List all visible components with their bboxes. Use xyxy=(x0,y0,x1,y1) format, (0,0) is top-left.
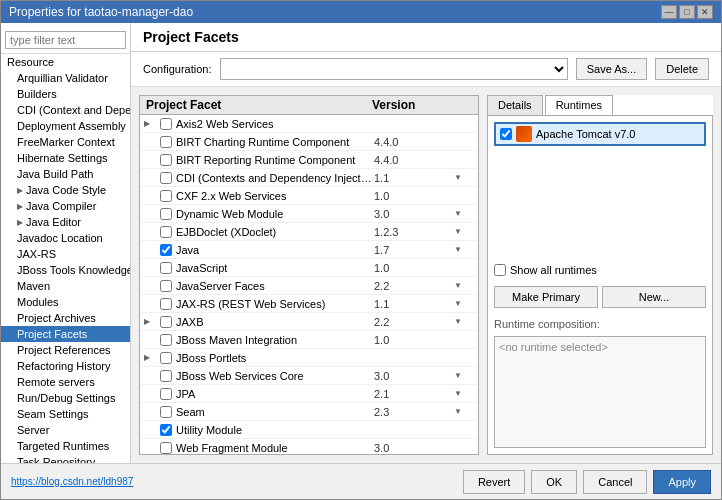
facet-version: 1.1 xyxy=(374,172,454,184)
facet-label: JBoss Maven Integration xyxy=(176,334,374,346)
sidebar-item-maven[interactable]: Maven xyxy=(1,278,130,294)
sidebar-item-run-debug-settings[interactable]: Run/Debug Settings xyxy=(1,390,130,406)
sidebar-search-input[interactable] xyxy=(5,31,126,49)
expand-arrow-icon[interactable]: ▶ xyxy=(144,353,160,362)
facet-checkbox[interactable] xyxy=(160,136,172,148)
facet-row: Seam2.3▼ xyxy=(140,403,478,421)
facet-checkbox[interactable] xyxy=(160,406,172,418)
sidebar-item-freemarker[interactable]: FreeMarker Context xyxy=(1,134,130,150)
facet-version: 1.2.3 xyxy=(374,226,454,238)
facet-checkbox[interactable] xyxy=(160,244,172,256)
make-primary-button[interactable]: Make Primary xyxy=(494,286,598,308)
facet-version: 1.0 xyxy=(374,334,454,346)
sidebar-item-java-code-style[interactable]: Java Code Style xyxy=(1,182,130,198)
facet-label: JAXB xyxy=(176,316,374,328)
save-as-button[interactable]: Save As... xyxy=(576,58,648,80)
version-arrow-icon[interactable]: ▼ xyxy=(454,317,474,326)
facet-row: ▶Axis2 Web Services xyxy=(140,115,478,133)
config-select[interactable] xyxy=(220,58,568,80)
version-arrow-icon[interactable]: ▼ xyxy=(454,173,474,182)
facet-checkbox[interactable] xyxy=(160,334,172,346)
sidebar-item-deployment-assembly[interactable]: Deployment Assembly xyxy=(1,118,130,134)
sidebar-item-java-build-path[interactable]: Java Build Path xyxy=(1,166,130,182)
facet-checkbox[interactable] xyxy=(160,442,172,454)
facet-version: 2.2 xyxy=(374,280,454,292)
sidebar-item-javadoc-location[interactable]: Javadoc Location xyxy=(1,230,130,246)
facet-version: 1.0 xyxy=(374,190,454,202)
new-runtime-button[interactable]: New... xyxy=(602,286,706,308)
sidebar-item-task-repository[interactable]: Task Repository xyxy=(1,454,130,463)
facet-checkbox[interactable] xyxy=(160,154,172,166)
tab-details[interactable]: Details xyxy=(487,95,543,115)
version-arrow-icon[interactable]: ▼ xyxy=(454,371,474,380)
sidebar-item-java-compiler[interactable]: Java Compiler xyxy=(1,198,130,214)
config-label: Configuration: xyxy=(143,63,212,75)
sidebar-item-modules[interactable]: Modules xyxy=(1,294,130,310)
cancel-button[interactable]: Cancel xyxy=(583,470,647,494)
sidebar-item-jax-rs[interactable]: JAX-RS xyxy=(1,246,130,262)
sidebar-item-arquillian-validator[interactable]: Arquillian Validator xyxy=(1,70,130,86)
runtime-buttons: Make Primary New... xyxy=(494,286,706,308)
sidebar-item-project-facets[interactable]: Project Facets xyxy=(1,326,130,342)
bottom-link[interactable]: https://blog.csdn.net/ldh987 xyxy=(11,476,133,487)
version-arrow-icon[interactable]: ▼ xyxy=(454,209,474,218)
sidebar-item-hibernate[interactable]: Hibernate Settings xyxy=(1,150,130,166)
expand-arrow-icon[interactable]: ▶ xyxy=(144,317,160,326)
facet-checkbox[interactable] xyxy=(160,190,172,202)
facet-checkbox[interactable] xyxy=(160,316,172,328)
version-arrow-icon[interactable]: ▼ xyxy=(454,281,474,290)
sidebar-item-targeted-runtimes[interactable]: Targeted Runtimes xyxy=(1,438,130,454)
facet-version: 2.2 xyxy=(374,316,454,328)
facet-checkbox[interactable] xyxy=(160,226,172,238)
facet-checkbox[interactable] xyxy=(160,370,172,382)
apply-button[interactable]: Apply xyxy=(653,470,711,494)
minimize-button[interactable]: — xyxy=(661,5,677,19)
panel-title: Project Facets xyxy=(131,23,721,52)
facet-checkbox[interactable] xyxy=(160,208,172,220)
facet-checkbox[interactable] xyxy=(160,280,172,292)
facet-row: Java1.7▼ xyxy=(140,241,478,259)
sidebar-search-container xyxy=(1,27,130,54)
facet-version: 1.0 xyxy=(374,262,454,274)
facet-checkbox[interactable] xyxy=(160,424,172,436)
tab-runtimes[interactable]: Runtimes xyxy=(545,95,613,115)
version-arrow-icon[interactable]: ▼ xyxy=(454,227,474,236)
sidebar-item-builders[interactable]: Builders xyxy=(1,86,130,102)
revert-button[interactable]: Revert xyxy=(463,470,525,494)
facet-checkbox[interactable] xyxy=(160,172,172,184)
facet-row: ▶JBoss Portlets xyxy=(140,349,478,367)
sidebar-item-seam-settings[interactable]: Seam Settings xyxy=(1,406,130,422)
version-arrow-icon[interactable]: ▼ xyxy=(454,389,474,398)
facet-checkbox[interactable] xyxy=(160,298,172,310)
facet-checkbox[interactable] xyxy=(160,262,172,274)
sidebar-item-server[interactable]: Server xyxy=(1,422,130,438)
expand-arrow-icon[interactable]: ▶ xyxy=(144,119,160,128)
facet-row: JAX-RS (REST Web Services)1.1▼ xyxy=(140,295,478,313)
sidebar-item-project-archives[interactable]: Project Archives xyxy=(1,310,130,326)
facet-row: Utility Module xyxy=(140,421,478,439)
sidebar-item-project-references[interactable]: Project References xyxy=(1,342,130,358)
facet-checkbox[interactable] xyxy=(160,388,172,400)
facet-checkbox[interactable] xyxy=(160,352,172,364)
runtime-checkbox[interactable] xyxy=(500,128,512,140)
sidebar-item-java-editor[interactable]: Java Editor xyxy=(1,214,130,230)
close-button[interactable]: ✕ xyxy=(697,5,713,19)
facet-label: JPA xyxy=(176,388,374,400)
ok-button[interactable]: OK xyxy=(531,470,577,494)
sidebar-item-cdi[interactable]: CDI (Context and Depen xyxy=(1,102,130,118)
facet-label: Utility Module xyxy=(176,424,374,436)
facet-version: 1.1 xyxy=(374,298,454,310)
sidebar-item-resource[interactable]: Resource xyxy=(1,54,130,70)
sidebar-item-jboss-tools-knowledge[interactable]: JBoss Tools Knowledge xyxy=(1,262,130,278)
config-row: Configuration: Save As... Delete xyxy=(131,52,721,87)
facet-label: Web Fragment Module xyxy=(176,442,374,454)
version-arrow-icon[interactable]: ▼ xyxy=(454,407,474,416)
show-all-runtimes-checkbox[interactable] xyxy=(494,264,506,276)
maximize-button[interactable]: □ xyxy=(679,5,695,19)
delete-button[interactable]: Delete xyxy=(655,58,709,80)
sidebar-item-refactoring-history[interactable]: Refactoring History xyxy=(1,358,130,374)
facet-checkbox[interactable] xyxy=(160,118,172,130)
version-arrow-icon[interactable]: ▼ xyxy=(454,245,474,254)
sidebar-item-remote-servers[interactable]: Remote servers xyxy=(1,374,130,390)
version-arrow-icon[interactable]: ▼ xyxy=(454,299,474,308)
